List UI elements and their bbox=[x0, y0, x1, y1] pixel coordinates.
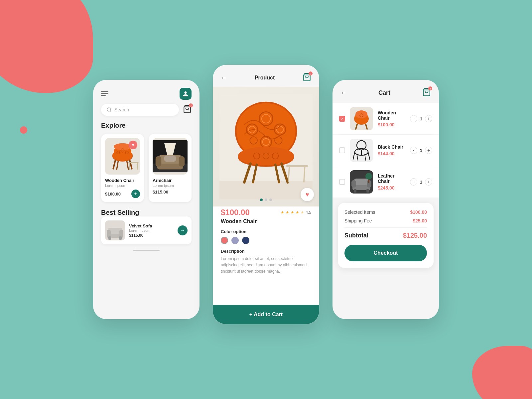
product-main-image: ♥ bbox=[213, 87, 319, 206]
cart-item-name-1: Wooden Chair bbox=[378, 110, 405, 121]
svg-point-83 bbox=[365, 173, 372, 180]
cart-item-price-2: $144.00 bbox=[378, 151, 405, 156]
qty-plus-3[interactable]: + bbox=[425, 178, 432, 186]
phone-home: Search 2 Explore bbox=[93, 80, 200, 319]
checkbox-1[interactable]: ✓ bbox=[339, 116, 345, 122]
svg-rect-32 bbox=[119, 236, 122, 240]
search-box[interactable]: Search bbox=[101, 104, 179, 116]
selected-items-row: Selected Items $100.00 bbox=[344, 209, 427, 215]
explore-title: Explore bbox=[93, 122, 200, 134]
color-option-label: Color option bbox=[221, 229, 311, 234]
order-summary: Selected Items $100.00 Shipping Fee $25.… bbox=[338, 203, 434, 268]
wooden-chair-image: ♥ bbox=[105, 138, 140, 175]
sofa-image bbox=[105, 220, 125, 240]
color-red[interactable] bbox=[221, 237, 228, 244]
svg-rect-25 bbox=[164, 155, 176, 162]
dot-1[interactable] bbox=[260, 199, 263, 201]
cart-badge-cart: 3 bbox=[428, 86, 432, 90]
blob-top-left bbox=[0, 0, 93, 93]
cart-item-img-1 bbox=[350, 107, 373, 130]
menu-icon[interactable] bbox=[101, 91, 108, 96]
qty-minus-3[interactable]: - bbox=[410, 178, 417, 186]
product-card-wooden-chair[interactable]: ♥ Wooden Chair Lorem ipsum $100.00 + bbox=[101, 134, 144, 202]
cart-badge-product: 2 bbox=[309, 71, 313, 75]
favorite-btn-1[interactable]: ♥ bbox=[129, 141, 137, 149]
product-card-armchair[interactable]: Armchair Lorem ipsum $115.00 bbox=[149, 134, 192, 202]
card-sub-1: Lorem ipsum bbox=[105, 184, 140, 188]
dot-3[interactable] bbox=[269, 199, 272, 201]
checkbox-2[interactable] bbox=[339, 147, 345, 153]
svg-line-15 bbox=[129, 163, 130, 170]
star-2: ★ bbox=[286, 210, 289, 215]
star-1: ★ bbox=[281, 210, 284, 215]
best-selling-card-sofa[interactable]: Velvet Sofa Lorem Ipsum $115.00 → bbox=[101, 216, 192, 244]
cart-button-home[interactable]: 2 bbox=[183, 105, 192, 115]
card-price-2: $115.00 bbox=[153, 190, 168, 195]
user-avatar-button[interactable] bbox=[180, 88, 192, 100]
armchair-image bbox=[153, 138, 188, 175]
color-purple[interactable] bbox=[231, 237, 239, 244]
checkout-button[interactable]: Checkout bbox=[344, 245, 427, 261]
svg-rect-35 bbox=[219, 181, 313, 200]
svg-rect-14 bbox=[128, 162, 139, 164]
back-btn[interactable]: ← bbox=[221, 74, 227, 81]
subtotal-label: Subtotal bbox=[344, 232, 368, 239]
add-to-cart-button[interactable]: + Add to Cart bbox=[213, 305, 319, 324]
qty-minus-2[interactable]: - bbox=[410, 147, 417, 154]
svg-rect-78 bbox=[351, 180, 356, 188]
best-selling-title: Best Selling bbox=[93, 209, 200, 216]
qty-control-2: - 1 + bbox=[410, 147, 432, 154]
product-header: ← Product 2 bbox=[213, 65, 319, 87]
qty-minus-1[interactable]: - bbox=[410, 115, 417, 122]
add-btn-1[interactable]: + bbox=[131, 190, 140, 198]
phone-product: ← Product 2 bbox=[213, 65, 319, 324]
favorite-btn-product[interactable]: ♥ bbox=[301, 188, 314, 201]
checkbox-3[interactable] bbox=[339, 179, 345, 185]
dot-2[interactable] bbox=[265, 199, 267, 201]
search-placeholder: Search bbox=[114, 107, 129, 112]
svg-rect-80 bbox=[354, 189, 356, 193]
summary-divider bbox=[344, 227, 427, 228]
scroll-indicator bbox=[133, 250, 160, 251]
cart-back-btn[interactable]: ← bbox=[340, 89, 346, 96]
cart-item-1: ✓ Wooden Chair $100.00 - 1 + bbox=[332, 103, 439, 134]
phone-cart: ← Cart 3 ✓ Wooden Chair $100.0 bbox=[332, 80, 439, 319]
card-name-1: Wooden Chair bbox=[105, 178, 140, 183]
card-name-2: Armchair bbox=[153, 178, 188, 183]
card-price-1: $100.00 bbox=[105, 192, 121, 197]
sofa-sub: Lorem Ipsum bbox=[129, 228, 174, 232]
cart-item-info-2: Black Chair $144.00 bbox=[378, 144, 405, 156]
sofa-arrow-btn[interactable]: → bbox=[178, 225, 188, 235]
svg-rect-81 bbox=[366, 189, 369, 193]
cart-item-info-1: Wooden Chair $100.00 bbox=[378, 110, 405, 127]
svg-rect-24 bbox=[179, 156, 185, 167]
product-price: $100.00 bbox=[221, 208, 250, 217]
svg-point-49 bbox=[238, 147, 294, 165]
cart-item-info-3: Leather Chair $245.00 bbox=[378, 173, 405, 191]
star-3: ★ bbox=[291, 210, 294, 215]
decorative-dot bbox=[20, 126, 27, 134]
card-sub-2: Lorem ipsum bbox=[153, 184, 188, 188]
cart-item-name-3: Leather Chair bbox=[378, 173, 405, 184]
qty-plus-1[interactable]: + bbox=[425, 115, 432, 122]
cart-icon-header[interactable]: 3 bbox=[422, 88, 431, 98]
description-text: Lorem ipsum dolor sit amet, consectetuer… bbox=[221, 256, 311, 275]
rating-number: 4.5 bbox=[306, 210, 311, 215]
selected-items-value: $100.00 bbox=[410, 209, 427, 215]
cart-button-product[interactable]: 2 bbox=[303, 73, 311, 83]
explore-grid: ♥ Wooden Chair Lorem ipsum $100.00 + bbox=[93, 134, 200, 209]
sofa-info: Velvet Sofa Lorem Ipsum $115.00 bbox=[129, 223, 174, 238]
qty-plus-2[interactable]: + bbox=[425, 147, 432, 154]
cart-item-3: Leather Chair $245.00 - 1 + bbox=[332, 166, 439, 198]
cart-item-img-3 bbox=[350, 170, 373, 194]
product-name: Wooden Chair bbox=[221, 218, 311, 224]
cart-item-price-1: $100.00 bbox=[378, 122, 405, 127]
shipping-label: Shipping Fee bbox=[344, 218, 372, 223]
subtotal-row: Subtotal $125.00 bbox=[344, 232, 427, 239]
shipping-row: Shipping Fee $25.00 bbox=[344, 218, 427, 223]
qty-num-3: 1 bbox=[420, 180, 422, 185]
qty-num-1: 1 bbox=[420, 116, 422, 121]
svg-line-16 bbox=[137, 163, 138, 170]
svg-point-0 bbox=[107, 108, 111, 111]
color-dark-blue[interactable] bbox=[242, 237, 249, 244]
